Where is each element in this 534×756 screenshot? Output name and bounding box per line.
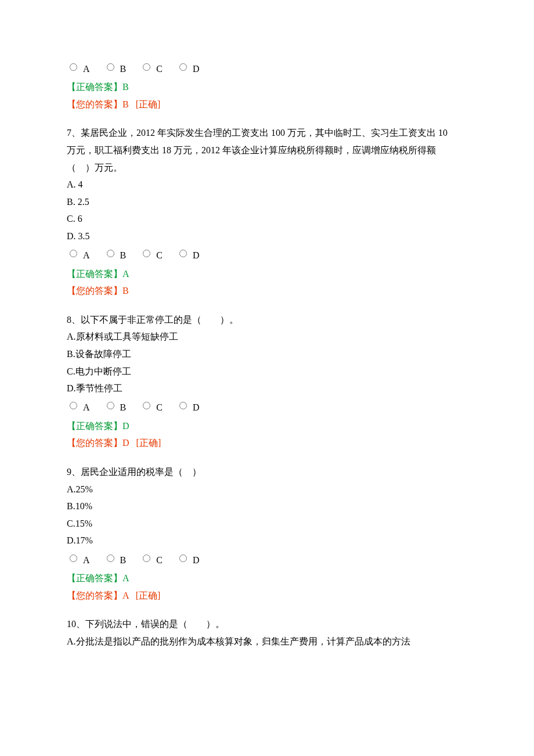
q7-correct-answer: 【正确答案】A — [67, 265, 534, 283]
q7-option-b: B. 2.5 — [67, 193, 534, 211]
q8-correct-tag: [正确] — [136, 438, 161, 448]
q6-radio-a-label: A — [83, 64, 90, 74]
your-answer-label: 【您的答案】 — [67, 99, 122, 109]
q8-option-d: D.季节性停工 — [67, 380, 534, 397]
question-6-block: A B C D 【正确答案】B 【您的答案】B [正确] — [67, 59, 534, 113]
q7-text-line2: 万元，职工福利费支出 18 万元，2012 年该企业计算应纳税所得额时，应调增应… — [67, 142, 534, 159]
q7-option-c: C. 6 — [67, 210, 534, 228]
q8-radio-a-label: A — [83, 402, 90, 412]
q9-correct-answer: 【正确答案】A — [67, 570, 534, 587]
q6-radio-row: A B C D — [67, 59, 534, 77]
q6-correct-value: B — [122, 82, 129, 92]
q8-radio-b[interactable] — [107, 402, 114, 409]
q9-radio-row: A B C D — [67, 550, 534, 568]
correct-answer-label: 【正确答案】 — [67, 421, 122, 431]
q7-correct-value: A — [122, 269, 129, 279]
q7-text-line1: 7、某居民企业，2012 年实际发生合理的工资支出 100 万元，其中临时工、实… — [67, 124, 534, 142]
your-answer-label: 【您的答案】 — [67, 286, 122, 296]
q6-radio-a[interactable] — [70, 63, 77, 71]
q7-radio-b-label: B — [120, 250, 127, 260]
q8-option-b: B.设备故障停工 — [67, 345, 534, 363]
correct-answer-label: 【正确答案】 — [67, 269, 122, 279]
q8-radio-c-label: C — [156, 402, 163, 412]
q9-option-b: B.10% — [67, 498, 534, 515]
q9-radio-b[interactable] — [107, 555, 114, 562]
q7-radio-d[interactable] — [179, 250, 187, 257]
q9-option-a: A.25% — [67, 481, 534, 498]
q9-option-d: D.17% — [67, 532, 534, 549]
q8-radio-d[interactable] — [179, 402, 187, 409]
q8-your-answer: 【您的答案】D [正确] — [67, 434, 534, 452]
q7-radio-a[interactable] — [70, 250, 77, 257]
q7-radio-d-label: D — [193, 250, 200, 260]
q7-radio-c-label: C — [156, 250, 163, 260]
q10-option-a: A.分批法是指以产品的批别作为成本核算对象，归集生产费用，计算产品成本的方法 — [67, 633, 534, 650]
q6-radio-b-label: B — [120, 64, 127, 74]
q8-radio-row: A B C D — [67, 398, 534, 416]
q9-option-c: C.15% — [67, 515, 534, 532]
q9-your-answer: 【您的答案】A [正确] — [67, 587, 534, 604]
q7-option-a: A. 4 — [67, 176, 534, 193]
q6-radio-c[interactable] — [143, 63, 150, 71]
question-7-block: 7、某居民企业，2012 年实际发生合理的工资支出 100 万元，其中临时工、实… — [67, 124, 534, 299]
q8-radio-d-label: D — [193, 402, 200, 412]
q8-correct-answer: 【正确答案】D — [67, 417, 534, 435]
q6-radio-c-label: C — [156, 64, 163, 74]
q7-your-answer: 【您的答案】B — [67, 282, 534, 300]
q9-your-value: A — [122, 591, 129, 600]
q7-radio-c[interactable] — [143, 250, 150, 257]
q8-option-a: A.原材料或工具等短缺停工 — [67, 328, 534, 345]
q6-radio-b[interactable] — [107, 63, 114, 71]
q9-radio-b-label: B — [120, 555, 127, 565]
question-10-block: 10、下列说法中，错误的是（ ）。 A.分批法是指以产品的批别作为成本核算对象，… — [67, 615, 534, 650]
q9-radio-a[interactable] — [70, 555, 77, 562]
q9-radio-c-label: C — [156, 555, 163, 565]
correct-answer-label: 【正确答案】 — [67, 573, 122, 583]
q9-text: 9、居民企业适用的税率是（ ） — [67, 463, 534, 481]
q6-your-answer: 【您的答案】B [正确] — [67, 96, 534, 113]
q7-radio-b[interactable] — [107, 250, 114, 257]
q7-option-d: D. 3.5 — [67, 228, 534, 245]
q8-option-c: C.电力中断停工 — [67, 363, 534, 380]
q7-your-value: B — [122, 286, 129, 296]
q8-your-value: D — [122, 438, 129, 448]
correct-answer-label: 【正确答案】 — [67, 82, 122, 92]
q10-text: 10、下列说法中，错误的是（ ）。 — [67, 615, 534, 633]
q7-text-line3: （ ）万元。 — [67, 159, 534, 177]
q7-radio-a-label: A — [83, 250, 90, 260]
q8-radio-c[interactable] — [143, 402, 150, 409]
q6-your-value: B — [122, 99, 129, 109]
q6-radio-d[interactable] — [179, 63, 187, 71]
q8-radio-b-label: B — [120, 402, 127, 412]
q9-radio-d-label: D — [193, 555, 200, 565]
question-9-block: 9、居民企业适用的税率是（ ） A.25% B.10% C.15% D.17% … — [67, 463, 534, 604]
q9-radio-c[interactable] — [143, 555, 150, 562]
your-answer-label: 【您的答案】 — [67, 438, 122, 448]
q8-radio-a[interactable] — [70, 402, 77, 409]
q9-radio-d[interactable] — [179, 555, 187, 562]
q6-correct-tag: [正确] — [136, 99, 161, 109]
q8-correct-value: D — [122, 421, 129, 431]
q6-correct-answer: 【正确答案】B — [67, 78, 534, 96]
your-answer-label: 【您的答案】 — [67, 591, 122, 600]
question-8-block: 8、以下不属于非正常停工的是（ ）。 A.原材料或工具等短缺停工 B.设备故障停… — [67, 311, 534, 452]
q9-correct-tag: [正确] — [136, 591, 161, 600]
q8-text: 8、以下不属于非正常停工的是（ ）。 — [67, 311, 534, 329]
q6-radio-d-label: D — [193, 64, 200, 74]
q9-correct-value: A — [122, 573, 129, 583]
q7-radio-row: A B C D — [67, 246, 534, 264]
q9-radio-a-label: A — [83, 555, 90, 565]
